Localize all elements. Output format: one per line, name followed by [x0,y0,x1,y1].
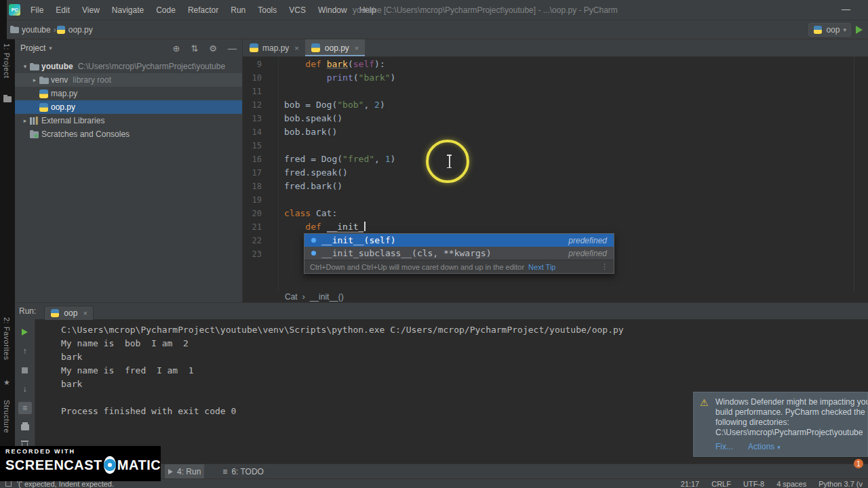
rerun-button[interactable] [18,326,32,338]
console-line: bark [61,352,868,365]
editor-tab-bar: map.py×oop.py× [243,39,868,57]
code-line: 14bob.bark() [243,125,868,138]
run-console-tab[interactable]: oop × [44,306,93,320]
breadcrumb-class[interactable]: Cat [285,292,298,302]
tree-toggle-icon[interactable]: ▾ [20,63,30,70]
print-button[interactable] [18,421,32,433]
breadcrumb-file[interactable]: oop.py [68,25,93,35]
editor-tab-map-py[interactable]: map.py× [243,39,305,56]
editor-tab-oop-py[interactable]: oop.py× [305,39,365,56]
code-line: 19 [243,192,868,206]
tree-item-label: venv [51,75,68,85]
chevron-down-icon: ▾ [777,444,781,451]
code-line: 17fred.speak() [243,165,868,179]
menu-file[interactable]: File [24,0,50,20]
code-text: def __init_ [273,222,366,232]
status-item[interactable]: Python 3.7 (v [818,480,863,488]
down-stack-button[interactable]: ↓ [18,383,32,395]
status-item[interactable]: 4 spaces [776,480,806,488]
toolwindow-toggle-icon[interactable] [5,481,12,487]
tree-item-map-py[interactable]: map.py [15,87,242,100]
breadcrumb-project[interactable]: youtube [22,25,51,35]
tool-button-favorites[interactable]: 2: Favorites [3,317,11,360]
star-icon[interactable]: ★ [3,378,10,387]
event-count-badge[interactable]: 1 [854,459,863,468]
tool-button-project[interactable]: 1: Project [3,43,11,78]
line-number: 11 [243,87,273,96]
minimize-button[interactable]: — [842,0,850,19]
soft-wrap-button[interactable]: ≡ [18,402,32,414]
completion-item[interactable]: __init__(self)predefined [304,234,614,247]
scratch-icon [30,130,41,138]
completion-hint-footer: Ctrl+Down and Ctrl+Up will move caret do… [304,260,614,273]
expand-collapse-icon[interactable]: ⇅ [191,43,198,54]
next-tip-link[interactable]: Next Tip [528,263,555,271]
code-line: 13bob.speak() [243,111,868,125]
code-line: 12bob = Dog("bob", 2) [243,98,868,111]
tree-item-scratches-and-consoles[interactable]: Scratches and Consoles [15,127,242,141]
completion-label: __init_subclass__(cls, **kwargs) [321,248,491,258]
status-item[interactable]: 21:17 [681,480,700,488]
tree-item-oop-py[interactable]: oop.py [15,100,242,114]
tool-button-run[interactable]: 4: Run [165,464,204,479]
method-icon [311,251,316,256]
tool-button-structure[interactable]: Structure [3,400,11,433]
close-tab-icon[interactable]: × [355,44,359,52]
menu-navigate[interactable]: Navigate [106,0,150,20]
actions-link[interactable]: Actions▾ [748,442,781,451]
menu-run[interactable]: Run [224,0,252,20]
close-tab-icon[interactable]: × [83,309,87,317]
menu-tools[interactable]: Tools [252,0,283,20]
code-line: 16fred = Dog("fred", 1) [243,152,868,165]
locate-file-icon[interactable]: ⊕ [173,43,180,54]
menu-code[interactable]: Code [150,0,182,20]
tool-button-todo[interactable]: ≡ 6: TODO [219,464,267,479]
project-panel-header: Project ▾ ⊕ ⇅ ⚙ — [15,39,242,57]
run-button[interactable] [856,26,863,34]
project-panel-title[interactable]: Project [20,43,45,53]
folder-icon [9,25,19,34]
stop-button[interactable] [18,364,32,376]
watermark-brand-left: SCREENCAST [5,458,102,473]
menu-view[interactable]: View [76,0,106,20]
status-item[interactable]: UTF-8 [743,480,764,488]
code-text: bob.bark() [273,127,337,137]
up-stack-button[interactable]: ↑ [18,345,32,357]
menu-refactor[interactable]: Refactor [182,0,224,20]
code-lines: 9 def bark(self):10 print("bark")1112bob… [243,57,868,260]
console-line: C:\Users\mcrop\PycharmProject\youtube\ve… [61,325,868,338]
tree-item-youtube[interactable]: ▾youtubeC:\Users\mcrop\PycharmProject\yo… [15,60,242,73]
todo-list-icon: ≡ [222,467,227,476]
more-options-icon[interactable]: ⋮ [601,262,608,271]
python-run-config-icon [813,25,823,34]
notification-line: C:\Users\mcrop\PycharmProject\youtube [715,428,863,438]
tree-toggle-icon[interactable]: ▸ [20,117,30,124]
run-configuration-select[interactable]: oop ▾ [808,23,851,37]
line-number: 15 [243,141,273,150]
tree-toggle-icon[interactable]: ▸ [30,77,39,83]
hide-panel-icon[interactable]: — [228,43,237,54]
tree-item-external-libraries[interactable]: ▸External Libraries [15,114,242,127]
commit-tool-icon[interactable] [3,96,12,102]
menu-edit[interactable]: Edit [50,0,76,20]
run-tab-label: oop [64,308,77,318]
left-tool-window-bar: 1: Project 2: Favorites ★ Structure [0,39,15,465]
python-file-icon [50,308,60,317]
code-text: fred.speak() [273,167,348,178]
breadcrumb-method[interactable]: __init__() [310,292,344,302]
notification-balloon[interactable]: ⚠ Windows Defender might be impacting yo… [693,392,868,457]
folder-icon [39,77,51,84]
chevron-down-icon: ▾ [843,26,846,33]
code-text: def bark(self): [273,59,385,69]
tree-item-venv[interactable]: ▸venvlibrary root [15,73,242,87]
fix-link[interactable]: Fix... [715,442,733,451]
completion-item[interactable]: __init_subclass__(cls, **kwargs)predefin… [304,247,614,260]
run-tool-icon [168,469,173,474]
close-tab-icon[interactable]: × [294,44,298,52]
settings-gear-icon[interactable]: ⚙ [209,43,217,54]
status-item[interactable]: CRLF [711,480,731,488]
line-number: 18 [243,182,273,191]
menu-window[interactable]: Window [312,0,353,20]
tree-item-label: oop.py [51,102,75,112]
menu-vcs[interactable]: VCS [283,0,312,20]
